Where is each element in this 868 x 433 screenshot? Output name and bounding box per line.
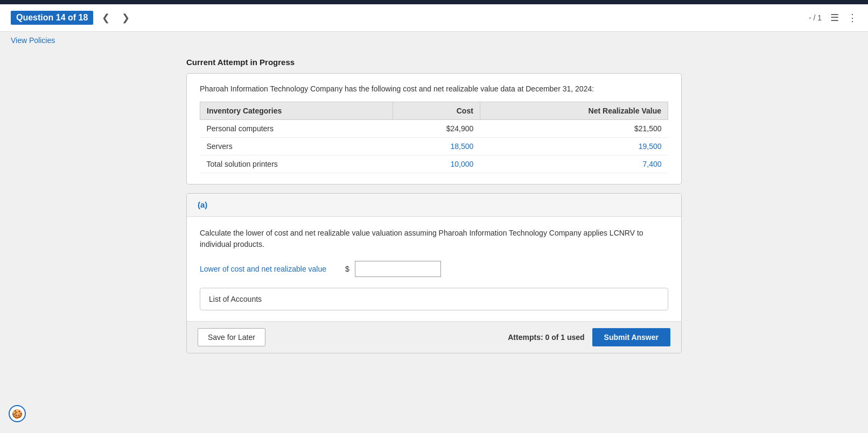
more-icon-button[interactable]: ⋮	[848, 12, 857, 24]
current-attempt-label: Current Attempt in Progress	[186, 58, 682, 67]
question-card: Pharoah Information Technology Company h…	[186, 73, 682, 184]
footer-right: Attempts: 0 of 1 used Submit Answer	[508, 328, 670, 346]
lcnrv-input-row: Lower of cost and net realizable value $	[200, 261, 668, 277]
cookie-icon-button[interactable]: 🍪	[9, 405, 26, 422]
submit-answer-button[interactable]: Submit Answer	[592, 328, 670, 346]
header-left: Question 14 of 18 ❮ ❯	[11, 11, 133, 25]
part-a-instruction: Calculate the lower of cost and net real…	[200, 228, 668, 250]
save-for-later-button[interactable]: Save for Later	[198, 328, 265, 346]
row-nrv: 19,500	[480, 138, 668, 155]
lcnrv-input-label: Lower of cost and net realizable value	[200, 265, 340, 273]
row-cost: 10,000	[393, 155, 480, 173]
header: Question 14 of 18 ❮ ❯ - / 1 ☰ ⋮	[0, 4, 868, 32]
row-cost: 18,500	[393, 138, 480, 155]
row-nrv: $21,500	[480, 120, 668, 138]
main-content: Current Attempt in Progress Pharoah Info…	[176, 58, 692, 373]
inventory-table: Inventory Categories Cost Net Realizable…	[200, 102, 668, 173]
question-title: Question 14 of 18	[11, 11, 93, 25]
cookie-icon-symbol: 🍪	[12, 409, 23, 419]
lcnrv-value-input[interactable]	[355, 261, 441, 277]
part-a-header: (a)	[187, 194, 681, 217]
top-bar	[0, 0, 868, 4]
col-header-cost: Cost	[393, 102, 480, 120]
part-a-body: Calculate the lower of cost and net real…	[187, 217, 681, 321]
part-a-label: (a)	[198, 200, 207, 209]
row-category: Servers	[200, 138, 393, 155]
row-cost: $24,900	[393, 120, 480, 138]
col-header-nrv: Net Realizable Value	[480, 102, 668, 120]
part-a-card: (a) Calculate the lower of cost and net …	[186, 193, 682, 353]
question-text: Pharoah Information Technology Company h…	[200, 84, 668, 93]
list-of-accounts[interactable]: List of Accounts	[200, 288, 668, 310]
row-category: Personal computers	[200, 120, 393, 138]
page-indicator: - / 1	[809, 13, 822, 22]
next-arrow-button[interactable]: ❯	[118, 11, 133, 25]
table-row: Personal computers$24,900$21,500	[200, 120, 668, 138]
footer-row: Save for Later Attempts: 0 of 1 used Sub…	[187, 321, 681, 353]
dollar-sign: $	[345, 265, 349, 273]
attempts-text: Attempts: 0 of 1 used	[508, 333, 584, 342]
list-of-accounts-label: List of Accounts	[209, 295, 262, 303]
header-right: - / 1 ☰ ⋮	[809, 12, 857, 24]
table-row: Total solution printers10,0007,400	[200, 155, 668, 173]
row-nrv: 7,400	[480, 155, 668, 173]
col-header-categories: Inventory Categories	[200, 102, 393, 120]
prev-arrow-button[interactable]: ❮	[99, 11, 113, 25]
table-row: Servers18,50019,500	[200, 138, 668, 155]
view-policies-link[interactable]: View Policies	[0, 32, 868, 49]
list-icon-button[interactable]: ☰	[830, 12, 839, 24]
row-category: Total solution printers	[200, 155, 393, 173]
